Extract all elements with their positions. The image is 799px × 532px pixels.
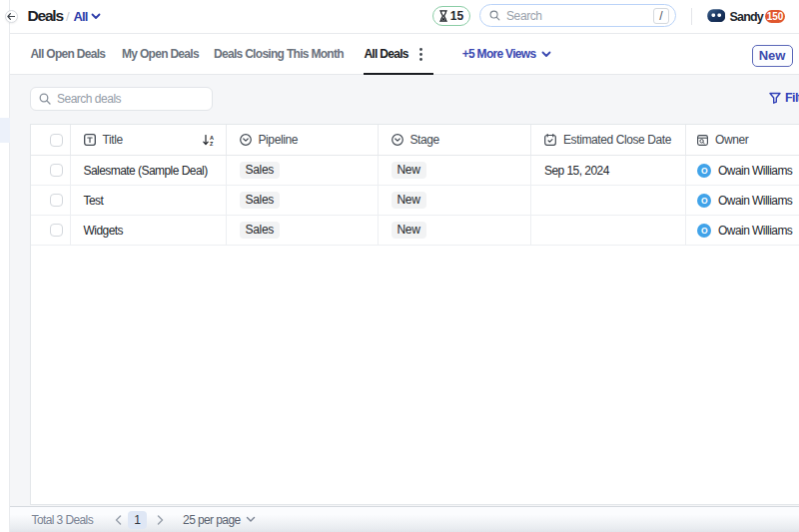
svg-text:Z: Z	[210, 140, 214, 146]
